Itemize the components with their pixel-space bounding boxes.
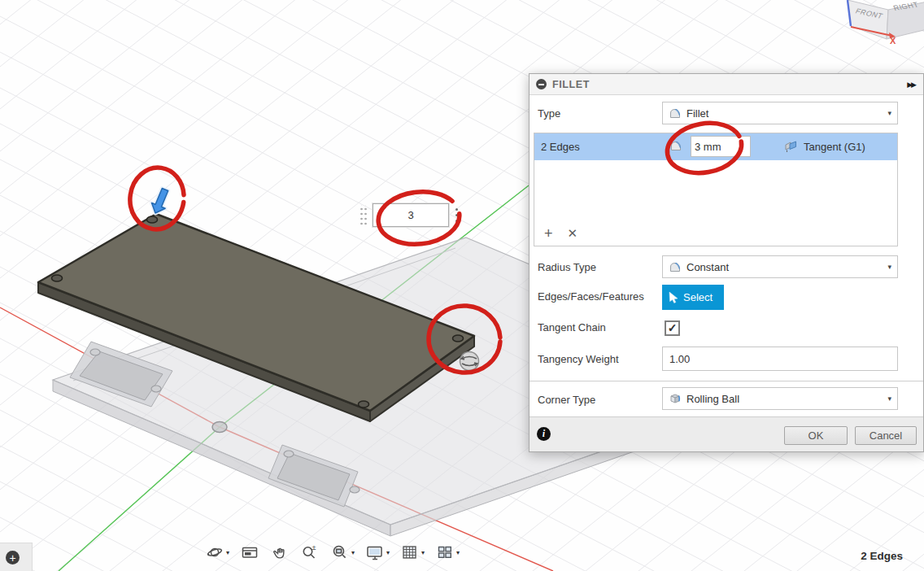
select-button[interactable]: Select [662, 285, 724, 310]
tangency-weight-label: Tangency Weight [538, 353, 619, 365]
chevron-down-icon: ▾ [887, 394, 891, 403]
radius-type-value: Constant [686, 261, 729, 273]
kebab-menu-icon[interactable] [454, 207, 460, 224]
chevron-down-icon: ▾ [351, 549, 355, 556]
browser-expand-button[interactable]: + [0, 543, 33, 571]
type-label: Type [538, 107, 560, 120]
tangent-chain-label: Tangent Chain [538, 321, 606, 333]
divider [530, 381, 923, 381]
svg-text:±: ± [312, 543, 316, 551]
type-value: Fillet [686, 107, 708, 120]
corner-type-value: Rolling Ball [686, 393, 739, 405]
edge-count-label: 2 Edges [541, 141, 580, 153]
add-edge-set-button[interactable]: + [544, 226, 553, 241]
window-zoom-icon[interactable]: ▾ [329, 541, 356, 564]
ok-button[interactable]: OK [784, 426, 848, 445]
x-axis-label: X [890, 36, 896, 46]
tangent-chain-checkbox[interactable]: ✓ [665, 320, 680, 336]
dialog-header[interactable]: FILLET ▶▶ [530, 74, 923, 95]
type-dropdown[interactable]: Fillet ▾ [662, 102, 898, 124]
edge-set-row[interactable]: 2 Edges 3 mm Tangent (G1) [534, 133, 897, 160]
view-cube[interactable]: FRONT RIGHT X [848, 0, 924, 46]
dialog-footer: i OK Cancel [530, 416, 923, 451]
chevron-down-icon: ▾ [226, 549, 229, 556]
display-settings-icon[interactable]: ▾ [364, 541, 391, 564]
origin-marker[interactable] [212, 422, 227, 433]
viewports-icon[interactable]: ▾ [434, 541, 461, 564]
corner-type-label: Corner Type [538, 394, 595, 406]
selection-label: Edges/Faces/Features [538, 290, 644, 303]
cursor-icon [669, 291, 679, 303]
radius-value-input[interactable] [373, 203, 449, 227]
corner-type-dropdown[interactable]: Rolling Ball ▾ [662, 387, 898, 410]
fillet-drag-handle[interactable] [460, 352, 479, 371]
chevron-down-icon: ▾ [456, 549, 460, 556]
info-icon[interactable]: i [537, 427, 551, 441]
select-button-label: Select [683, 291, 713, 303]
collapse-icon[interactable] [536, 79, 547, 89]
checkmark-icon: ✓ [668, 322, 678, 333]
orbit-icon[interactable]: ▾ [203, 541, 231, 564]
fillet-icon [669, 107, 682, 120]
chevron-down-icon: ▾ [386, 549, 390, 556]
dialog-title: FILLET [552, 79, 590, 90]
continuity-value[interactable]: Tangent (G1) [804, 141, 865, 153]
zoom-icon[interactable]: ± [299, 541, 321, 564]
rolling-ball-icon [669, 392, 682, 405]
radius-input-widget [359, 203, 460, 227]
dock-icon[interactable]: ▶▶ [907, 81, 917, 89]
drag-handle[interactable] [359, 205, 368, 226]
fillet-dialog: FILLET ▶▶ Type Fillet ▾ 2 Edges 3 m [529, 73, 924, 452]
tangency-weight-input[interactable] [662, 347, 898, 371]
edge-set-list: 2 Edges 3 mm Tangent (G1) [534, 133, 898, 246]
radius-type-label: Radius Type [538, 261, 596, 273]
plus-icon: + [6, 551, 20, 564]
pan-icon[interactable] [268, 541, 291, 564]
move-arrow-manipulator[interactable] [152, 189, 168, 214]
look-at-icon[interactable] [238, 541, 261, 564]
tangent-continuity-icon [783, 139, 800, 156]
chevron-down-icon: ▾ [887, 263, 891, 271]
navigation-toolbar: ▾ ± ▾ [203, 541, 461, 564]
grid-display-icon[interactable]: ▾ [399, 541, 426, 564]
constant-radius-icon [669, 260, 682, 273]
selection-status: 2 Edges [861, 550, 903, 562]
fillet-icon [669, 139, 682, 155]
chevron-down-icon: ▾ [887, 109, 891, 117]
cancel-button[interactable]: Cancel [855, 426, 917, 445]
chevron-down-icon: ▾ [421, 549, 425, 556]
fusion-viewport: FRONT RIGHT X FILLET ▶▶ Type Fillet ▾ [0, 0, 924, 571]
radius-value-field[interactable]: 3 mm [691, 136, 751, 157]
remove-edge-set-button[interactable]: ✕ [568, 226, 578, 241]
radius-type-dropdown[interactable]: Constant ▾ [662, 255, 898, 278]
